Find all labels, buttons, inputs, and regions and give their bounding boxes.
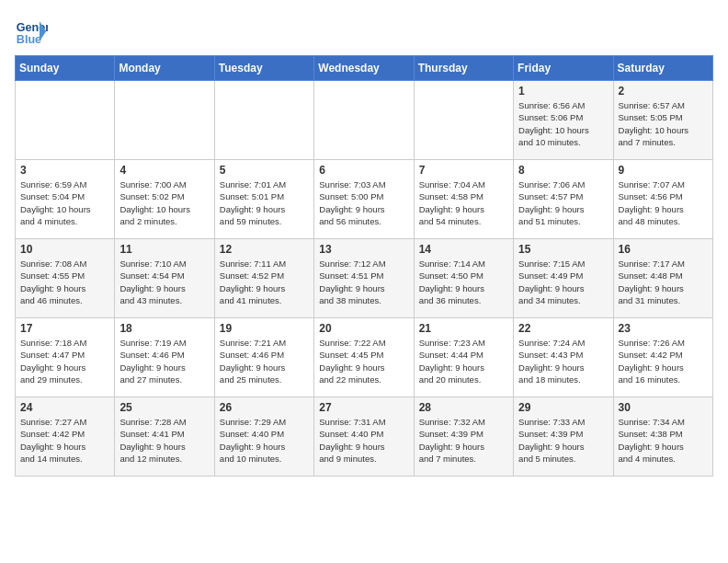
day-info: Sunrise: 7:33 AM Sunset: 4:39 PM Dayligh… <box>518 416 608 465</box>
weekday-header-cell: Wednesday <box>314 56 414 81</box>
day-number: 27 <box>319 401 408 414</box>
svg-text:Blue: Blue <box>17 33 41 46</box>
day-info: Sunrise: 7:06 AM Sunset: 4:57 PM Dayligh… <box>518 178 608 227</box>
calendar-cell: 4Sunrise: 7:00 AM Sunset: 5:02 PM Daylig… <box>115 160 214 239</box>
day-number: 30 <box>619 401 708 414</box>
calendar-cell <box>115 81 214 160</box>
day-number: 11 <box>119 243 209 256</box>
day-number: 2 <box>619 85 708 98</box>
day-number: 23 <box>619 322 708 335</box>
day-number: 12 <box>220 243 309 256</box>
day-info: Sunrise: 7:18 AM Sunset: 4:47 PM Dayligh… <box>20 337 109 385</box>
day-info: Sunrise: 7:31 AM Sunset: 4:40 PM Dayligh… <box>319 416 408 465</box>
day-info: Sunrise: 6:57 AM Sunset: 5:05 PM Dayligh… <box>619 99 708 148</box>
day-info: Sunrise: 7:11 AM Sunset: 4:52 PM Dayligh… <box>220 258 309 306</box>
day-info: Sunrise: 7:17 AM Sunset: 4:48 PM Dayligh… <box>619 258 708 306</box>
calendar-body: 1Sunrise: 6:56 AM Sunset: 5:06 PM Daylig… <box>16 81 713 477</box>
day-number: 6 <box>319 164 408 177</box>
day-number: 8 <box>518 164 608 177</box>
calendar-cell: 15Sunrise: 7:15 AM Sunset: 4:49 PM Dayli… <box>514 239 613 318</box>
calendar-cell: 17Sunrise: 7:18 AM Sunset: 4:47 PM Dayli… <box>16 318 115 397</box>
weekday-header-cell: Sunday <box>16 56 115 81</box>
day-info: Sunrise: 7:03 AM Sunset: 5:00 PM Dayligh… <box>319 178 408 227</box>
day-number: 25 <box>119 401 209 414</box>
day-number: 20 <box>319 322 408 335</box>
day-number: 16 <box>619 243 708 256</box>
calendar-cell: 12Sunrise: 7:11 AM Sunset: 4:52 PM Dayli… <box>214 239 313 318</box>
calendar-cell: 22Sunrise: 7:24 AM Sunset: 4:43 PM Dayli… <box>514 318 613 397</box>
calendar-cell <box>414 81 513 160</box>
calendar-cell <box>16 81 115 160</box>
calendar-cell: 18Sunrise: 7:19 AM Sunset: 4:46 PM Dayli… <box>115 318 214 397</box>
day-info: Sunrise: 7:12 AM Sunset: 4:51 PM Dayligh… <box>319 258 408 306</box>
day-number: 18 <box>119 322 209 335</box>
day-number: 21 <box>419 322 508 335</box>
calendar-week-row: 3Sunrise: 6:59 AM Sunset: 5:04 PM Daylig… <box>16 160 713 239</box>
calendar-cell: 30Sunrise: 7:34 AM Sunset: 4:38 PM Dayli… <box>613 397 712 477</box>
day-info: Sunrise: 7:14 AM Sunset: 4:50 PM Dayligh… <box>419 258 508 306</box>
day-info: Sunrise: 7:34 AM Sunset: 4:38 PM Dayligh… <box>619 416 708 465</box>
day-number: 17 <box>20 322 109 335</box>
day-info: Sunrise: 6:56 AM Sunset: 5:06 PM Dayligh… <box>518 99 608 148</box>
calendar-cell: 3Sunrise: 6:59 AM Sunset: 5:04 PM Daylig… <box>16 160 115 239</box>
day-info: Sunrise: 7:23 AM Sunset: 4:44 PM Dayligh… <box>419 337 508 385</box>
calendar-cell: 27Sunrise: 7:31 AM Sunset: 4:40 PM Dayli… <box>314 397 414 477</box>
day-info: Sunrise: 7:08 AM Sunset: 4:55 PM Dayligh… <box>20 258 109 306</box>
calendar-week-row: 17Sunrise: 7:18 AM Sunset: 4:47 PM Dayli… <box>16 318 713 397</box>
day-info: Sunrise: 7:28 AM Sunset: 4:41 PM Dayligh… <box>119 416 209 465</box>
day-info: Sunrise: 7:01 AM Sunset: 5:01 PM Dayligh… <box>220 178 309 227</box>
logo-icon: General Blue <box>15 15 48 48</box>
calendar-cell: 21Sunrise: 7:23 AM Sunset: 4:44 PM Dayli… <box>414 318 513 397</box>
day-info: Sunrise: 7:15 AM Sunset: 4:49 PM Dayligh… <box>518 258 608 306</box>
calendar-cell: 24Sunrise: 7:27 AM Sunset: 4:42 PM Dayli… <box>16 397 115 477</box>
day-info: Sunrise: 7:22 AM Sunset: 4:45 PM Dayligh… <box>319 337 408 385</box>
day-number: 24 <box>20 401 109 414</box>
calendar-cell: 1Sunrise: 6:56 AM Sunset: 5:06 PM Daylig… <box>514 81 613 160</box>
day-info: Sunrise: 7:32 AM Sunset: 4:39 PM Dayligh… <box>419 416 508 465</box>
weekday-header-row: SundayMondayTuesdayWednesdayThursdayFrid… <box>16 56 713 81</box>
calendar-cell: 20Sunrise: 7:22 AM Sunset: 4:45 PM Dayli… <box>314 318 414 397</box>
calendar-table: SundayMondayTuesdayWednesdayThursdayFrid… <box>15 55 713 477</box>
weekday-header-cell: Tuesday <box>214 56 313 81</box>
calendar-week-row: 10Sunrise: 7:08 AM Sunset: 4:55 PM Dayli… <box>16 239 713 318</box>
weekday-header-cell: Saturday <box>613 56 712 81</box>
day-number: 1 <box>518 85 608 98</box>
day-number: 22 <box>518 322 608 335</box>
day-info: Sunrise: 7:19 AM Sunset: 4:46 PM Dayligh… <box>119 337 209 385</box>
day-number: 15 <box>518 243 608 256</box>
calendar-cell: 19Sunrise: 7:21 AM Sunset: 4:46 PM Dayli… <box>214 318 313 397</box>
day-number: 19 <box>220 322 309 335</box>
calendar-week-row: 1Sunrise: 6:56 AM Sunset: 5:06 PM Daylig… <box>16 81 713 160</box>
calendar-cell: 14Sunrise: 7:14 AM Sunset: 4:50 PM Dayli… <box>414 239 513 318</box>
day-info: Sunrise: 7:29 AM Sunset: 4:40 PM Dayligh… <box>220 416 309 465</box>
day-number: 28 <box>419 401 508 414</box>
calendar-cell: 7Sunrise: 7:04 AM Sunset: 4:58 PM Daylig… <box>414 160 513 239</box>
calendar-cell: 13Sunrise: 7:12 AM Sunset: 4:51 PM Dayli… <box>314 239 414 318</box>
logo: General Blue <box>15 15 48 48</box>
calendar-cell: 11Sunrise: 7:10 AM Sunset: 4:54 PM Dayli… <box>115 239 214 318</box>
calendar-week-row: 24Sunrise: 7:27 AM Sunset: 4:42 PM Dayli… <box>16 397 713 477</box>
weekday-header-cell: Monday <box>115 56 214 81</box>
page-header: General Blue <box>15 15 713 48</box>
day-number: 3 <box>20 164 109 177</box>
day-number: 4 <box>119 164 209 177</box>
calendar-cell: 9Sunrise: 7:07 AM Sunset: 4:56 PM Daylig… <box>613 160 712 239</box>
calendar-cell: 10Sunrise: 7:08 AM Sunset: 4:55 PM Dayli… <box>16 239 115 318</box>
calendar-cell: 26Sunrise: 7:29 AM Sunset: 4:40 PM Dayli… <box>214 397 313 477</box>
weekday-header-cell: Thursday <box>414 56 513 81</box>
calendar-cell: 5Sunrise: 7:01 AM Sunset: 5:01 PM Daylig… <box>214 160 313 239</box>
calendar-cell: 25Sunrise: 7:28 AM Sunset: 4:41 PM Dayli… <box>115 397 214 477</box>
day-info: Sunrise: 7:24 AM Sunset: 4:43 PM Dayligh… <box>518 337 608 385</box>
day-number: 5 <box>220 164 309 177</box>
day-number: 9 <box>619 164 708 177</box>
day-number: 14 <box>419 243 508 256</box>
day-number: 13 <box>319 243 408 256</box>
day-info: Sunrise: 7:07 AM Sunset: 4:56 PM Dayligh… <box>619 178 708 227</box>
day-number: 29 <box>518 401 608 414</box>
calendar-cell: 23Sunrise: 7:26 AM Sunset: 4:42 PM Dayli… <box>613 318 712 397</box>
day-info: Sunrise: 6:59 AM Sunset: 5:04 PM Dayligh… <box>20 178 109 227</box>
day-info: Sunrise: 7:21 AM Sunset: 4:46 PM Dayligh… <box>220 337 309 385</box>
calendar-cell: 28Sunrise: 7:32 AM Sunset: 4:39 PM Dayli… <box>414 397 513 477</box>
calendar-cell: 16Sunrise: 7:17 AM Sunset: 4:48 PM Dayli… <box>613 239 712 318</box>
calendar-cell: 8Sunrise: 7:06 AM Sunset: 4:57 PM Daylig… <box>514 160 613 239</box>
